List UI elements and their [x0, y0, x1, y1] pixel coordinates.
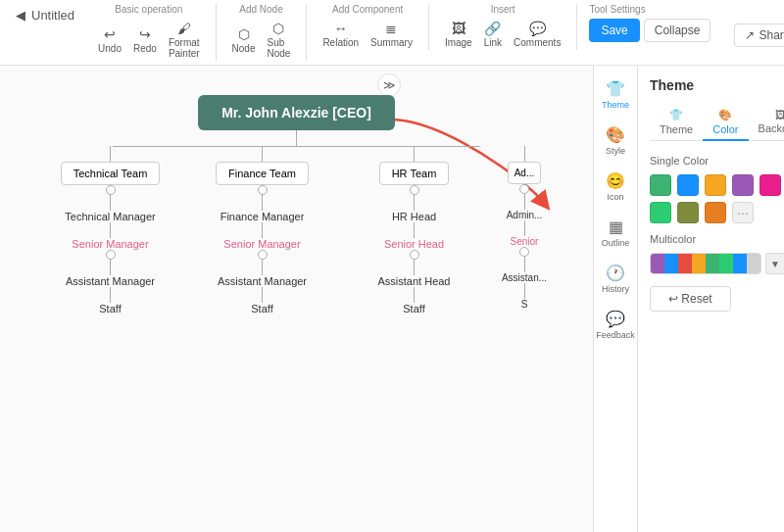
basic-operation-section: Basic operation ↩ Undo ↪ Redo 🖌 Format P… [82, 4, 217, 61]
redo-button[interactable]: ↪ Redo [129, 24, 161, 56]
senior-manager-tech: Senior Manager [72, 238, 148, 250]
admin-node[interactable]: Ad... [508, 162, 542, 184]
mc-seg-4 [692, 254, 706, 274]
format-painter-icon: 🖌 [177, 21, 191, 36]
v16 [524, 283, 525, 299]
emoji-icon: 😊 [606, 171, 625, 190]
multicolor-dropdown[interactable]: ▼ [765, 253, 784, 274]
summary-icon: ≣ [385, 21, 397, 36]
swatch-olive[interactable] [677, 202, 699, 223]
branch-admin: Ad... Admin... Senior Assistan... S [490, 146, 559, 310]
org-chart: Mr. John Alexzie [CEO] Technical Team Te… [0, 95, 593, 314]
save-button[interactable]: Save [589, 19, 639, 42]
swatch-green[interactable] [650, 174, 671, 196]
single-color-swatches: ··· [650, 174, 784, 223]
swatch-yellow[interactable] [705, 174, 726, 196]
comments-icon: 💬 [529, 21, 546, 36]
sidebar-item-feedback[interactable]: 💬 Feedback [594, 304, 637, 346]
tool-settings-label: Tool Settings [589, 4, 645, 15]
staff-admin: S [521, 299, 528, 310]
image-button[interactable]: 🖼 Image [441, 19, 476, 50]
hr-head-text: HR Head [392, 211, 436, 222]
v11 [414, 260, 415, 275]
mc-seg-6 [719, 254, 733, 274]
v14 [524, 220, 525, 236]
relation-button[interactable]: ↔ Relation [318, 19, 363, 50]
sidebar-item-theme[interactable]: 👕 Theme [594, 73, 637, 116]
sidebar-item-icon[interactable]: 😊 Icon [594, 166, 637, 208]
toolbar: ◀ Untitled Basic operation ↩ Undo ↪ Redo… [0, 0, 784, 66]
technical-team-node[interactable]: Technical Team [61, 162, 161, 185]
swatch-purple[interactable] [732, 174, 754, 196]
v9 [414, 195, 415, 211]
swatch-pink[interactable] [760, 174, 781, 196]
v3 [110, 260, 111, 275]
mc-seg-7 [733, 254, 747, 274]
add-node-buttons: ⬡ Node ⬡ Sub Node [228, 19, 295, 61]
app-title: Untitled [31, 8, 74, 23]
conn3 [258, 185, 268, 195]
v12 [414, 287, 415, 303]
mc-seg-2 [664, 254, 678, 274]
v8 [262, 287, 263, 303]
v1 [110, 195, 111, 211]
theme-tab-bar: 👕 Theme 🎨 Color 🖼 Backdrop [650, 105, 784, 141]
undo-icon: ↩ [104, 26, 116, 42]
back-button[interactable]: ◀ Untitled [8, 4, 82, 26]
sub-node-icon: ⬡ [272, 21, 284, 36]
sidebar-item-outline[interactable]: ▦ Outline [594, 212, 637, 254]
conn5 [410, 185, 419, 195]
add-node-section: Add Node ⬡ Node ⬡ Sub Node [217, 4, 308, 61]
main-area: ≫ Mr. John Alexzie [CEO] Tech [0, 66, 784, 532]
link-button[interactable]: 🔗 Link [480, 19, 506, 50]
swatch-more[interactable]: ··· [732, 202, 754, 223]
basic-operation-buttons: ↩ Undo ↪ Redo 🖌 Format Painter [94, 19, 204, 61]
branch-hr-vline [414, 146, 415, 162]
root-node[interactable]: Mr. John Alexzie [CEO] [198, 95, 395, 130]
tab-theme[interactable]: 👕 Theme [650, 105, 703, 141]
relation-icon: ↔ [334, 21, 348, 36]
assistant-manager-tech: Assistant Manager [66, 275, 155, 287]
node-button[interactable]: ⬡ Node [228, 24, 260, 56]
style-icon: 🎨 [606, 125, 625, 144]
tab-color[interactable]: 🎨 Color [703, 105, 748, 141]
assistant-manager-finance: Assistant Manager [218, 275, 307, 287]
multicolor-row: ▼ [650, 253, 784, 274]
share-icon: ↗ [745, 28, 755, 42]
v10 [414, 222, 415, 238]
sub-node-button[interactable]: ⬡ Sub Node [263, 19, 294, 61]
canvas[interactable]: ≫ Mr. John Alexzie [CEO] Tech [0, 66, 593, 532]
swatch-blue[interactable] [677, 174, 699, 196]
link-icon: 🔗 [484, 21, 501, 36]
sidebar-item-style[interactable]: 🎨 Style [594, 120, 637, 162]
multicolor-bar[interactable] [650, 253, 761, 274]
add-component-section: Add Component ↔ Relation ≣ Summary [307, 4, 429, 50]
insert-label: Insert [491, 4, 515, 15]
comments-button[interactable]: 💬 Comments [510, 19, 564, 50]
redo-icon: ↪ [139, 26, 151, 42]
collapse-sidebar-toggle[interactable]: ≫ [377, 73, 401, 97]
tab-backdrop[interactable]: 🖼 Backdrop [749, 105, 784, 141]
undo-button[interactable]: ↩ Undo [94, 24, 125, 56]
finance-team-node[interactable]: Finance Team [216, 162, 309, 185]
back-icon: ◀ [16, 8, 25, 23]
hr-team-node[interactable]: HR Team [379, 162, 450, 185]
format-painter-button[interactable]: 🖌 Format Painter [165, 19, 204, 61]
branch-finance-vline [262, 146, 263, 162]
swatch-orange[interactable] [705, 202, 726, 223]
reset-button[interactable]: ↩ Reset [650, 286, 731, 312]
senior-head-hr: Senior Head [384, 238, 444, 250]
basic-operation-label: Basic operation [115, 4, 182, 15]
sidebar-item-history[interactable]: 🕐 History [594, 258, 637, 300]
assistant-head-hr: Assistant Head [378, 275, 451, 287]
share-export-group: ↗ Share ⬆ Export [722, 4, 784, 47]
image-icon: 🖼 [452, 21, 466, 36]
v7 [262, 260, 263, 275]
summary-button[interactable]: ≣ Summary [367, 19, 416, 50]
swatch-mint[interactable] [650, 202, 671, 223]
root-connector-line [296, 130, 297, 146]
conn1 [106, 185, 116, 195]
share-button[interactable]: ↗ Share [734, 24, 784, 47]
collapse-button[interactable]: Collapse [644, 19, 711, 42]
v4 [110, 287, 111, 303]
